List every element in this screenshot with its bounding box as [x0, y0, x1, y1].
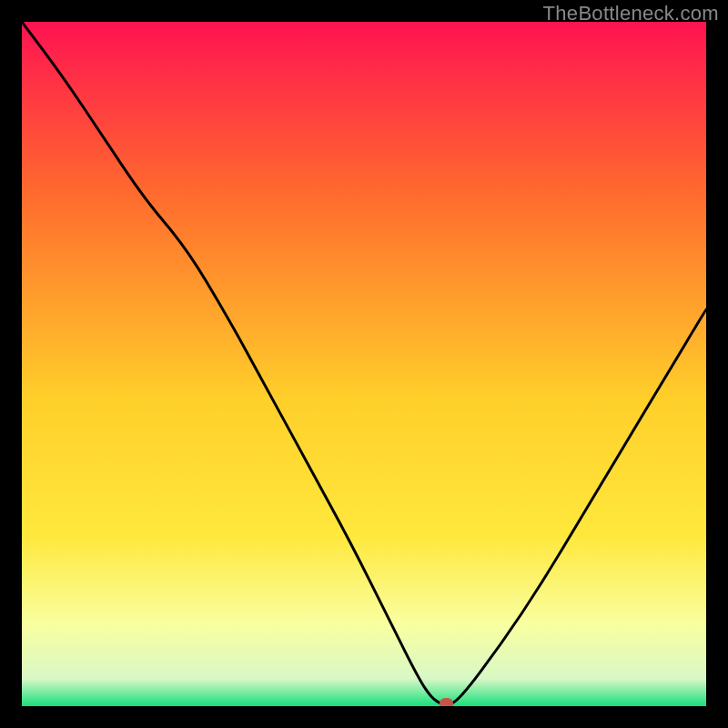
optimum-marker-icon: [440, 698, 453, 706]
plot-area: [22, 22, 706, 706]
watermark-text: TheBottleneck.com: [543, 2, 719, 25]
bottleneck-line: [22, 22, 706, 706]
chart-frame: TheBottleneck.com: [0, 0, 728, 728]
